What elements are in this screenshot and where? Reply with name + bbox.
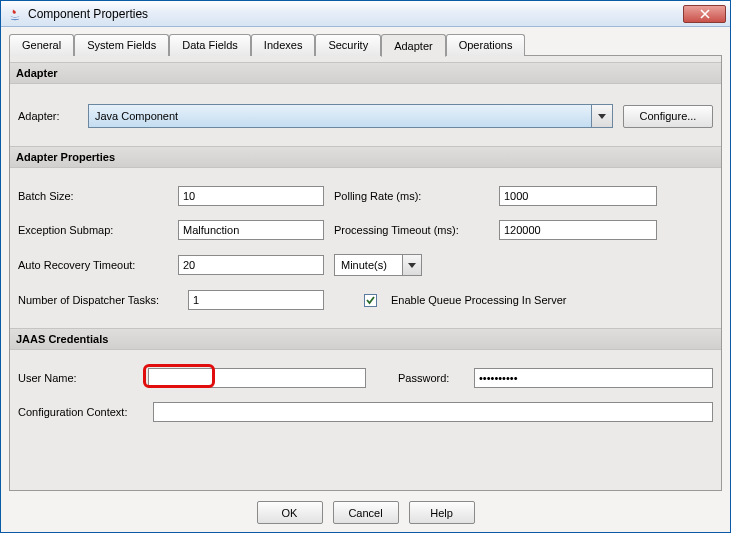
help-label: Help xyxy=(430,507,453,519)
cancel-button[interactable]: Cancel xyxy=(333,501,399,524)
tab-adapter[interactable]: Adapter xyxy=(381,34,446,57)
user-name-label: User Name: xyxy=(18,372,138,384)
cancel-label: Cancel xyxy=(348,507,382,519)
configure-label: Configure... xyxy=(640,110,697,122)
java-icon xyxy=(7,6,23,22)
tab-label: General xyxy=(22,39,61,51)
polling-rate-label: Polling Rate (ms): xyxy=(334,190,489,202)
batch-size-input[interactable] xyxy=(178,186,324,206)
section-props-header: Adapter Properties xyxy=(10,146,721,168)
tab-label: Adapter xyxy=(394,40,433,52)
tab-label: Security xyxy=(328,39,368,51)
section-adapter-header: Adapter xyxy=(10,62,721,84)
processing-timeout-input[interactable] xyxy=(499,220,657,240)
ok-button[interactable]: OK xyxy=(257,501,323,524)
adapter-panel: Adapter Adapter: Java Component Configur… xyxy=(9,55,722,491)
password-label: Password: xyxy=(398,372,464,384)
adapter-label: Adapter: xyxy=(18,110,78,122)
dispatcher-tasks-input[interactable] xyxy=(188,290,324,310)
auto-recovery-label: Auto Recovery Timeout: xyxy=(18,259,168,271)
tab-security[interactable]: Security xyxy=(315,34,381,56)
tab-operations[interactable]: Operations xyxy=(446,34,526,56)
tab-data-fields[interactable]: Data Fields xyxy=(169,34,251,56)
titlebar: Component Properties xyxy=(1,1,730,27)
window-title: Component Properties xyxy=(28,7,683,21)
batch-size-label: Batch Size: xyxy=(18,190,168,202)
adapter-select[interactable]: Java Component xyxy=(88,104,613,128)
processing-timeout-label: Processing Timeout (ms): xyxy=(334,224,489,236)
tab-system-fields[interactable]: System Fields xyxy=(74,34,169,56)
user-name-input[interactable] xyxy=(148,368,366,388)
ok-label: OK xyxy=(282,507,298,519)
enable-queue-checkbox[interactable] xyxy=(364,294,377,307)
tab-indexes[interactable]: Indexes xyxy=(251,34,316,56)
tab-label: Indexes xyxy=(264,39,303,51)
exception-submap-label: Exception Submap: xyxy=(18,224,168,236)
tab-label: Operations xyxy=(459,39,513,51)
section-jaas-header: JAAS Credentials xyxy=(10,328,721,350)
time-unit-value: Minute(s) xyxy=(341,259,387,271)
chevron-down-icon[interactable] xyxy=(591,104,613,128)
help-button[interactable]: Help xyxy=(409,501,475,524)
dispatcher-tasks-label: Number of Dispatcher Tasks: xyxy=(18,294,178,306)
config-context-label: Configuration Context: xyxy=(18,406,143,418)
polling-rate-input[interactable] xyxy=(499,186,657,206)
chevron-down-icon[interactable] xyxy=(402,254,422,276)
auto-recovery-input[interactable] xyxy=(178,255,324,275)
exception-submap-input[interactable] xyxy=(178,220,324,240)
dialog-buttons: OK Cancel Help xyxy=(9,491,722,524)
configure-button[interactable]: Configure... xyxy=(623,105,713,128)
adapter-value: Java Component xyxy=(95,110,178,122)
time-unit-select[interactable]: Minute(s) xyxy=(334,254,422,276)
tab-bar: General System Fields Data Fields Indexe… xyxy=(9,34,722,56)
tab-label: Data Fields xyxy=(182,39,238,51)
config-context-input[interactable] xyxy=(153,402,713,422)
tab-label: System Fields xyxy=(87,39,156,51)
password-input[interactable] xyxy=(474,368,713,388)
tab-general[interactable]: General xyxy=(9,34,74,56)
enable-queue-label: Enable Queue Processing In Server xyxy=(391,294,567,306)
close-button[interactable] xyxy=(683,5,726,23)
